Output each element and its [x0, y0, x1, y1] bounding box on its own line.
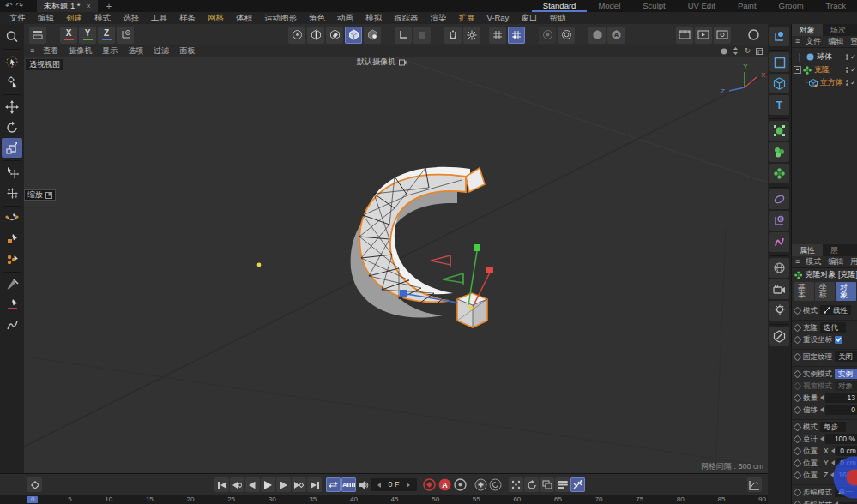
viewport-menu-icon[interactable]: ≡ — [27, 47, 38, 55]
render-picture-viewer-button[interactable] — [695, 27, 712, 44]
menu-render[interactable]: 渲染 — [425, 14, 453, 22]
quantize-button[interactable] — [508, 27, 525, 44]
layout-tab-sculpt[interactable]: Sculpt — [631, 0, 676, 12]
om-menu-view[interactable]: 查看 — [847, 38, 857, 45]
viewport-menu-view[interactable]: 查看 — [38, 47, 63, 55]
rotate-tool[interactable] — [2, 117, 22, 137]
cloner-tool[interactable] — [769, 164, 789, 183]
total-stepper[interactable]: 100 % — [820, 434, 857, 445]
count-stepper[interactable]: 13 — [820, 393, 857, 404]
pen-line-tool[interactable] — [2, 295, 22, 315]
stride-mode-dropdown[interactable]: 单一 — [835, 487, 857, 498]
viewport-rotate-icon[interactable]: ↻ — [744, 47, 751, 55]
zoom-search-icon[interactable] — [2, 27, 22, 46]
render-settings-button[interactable] — [714, 27, 731, 44]
om-menu-file[interactable]: 文件 — [802, 38, 824, 45]
visibility-dots-icon[interactable] — [846, 67, 848, 73]
am-menu-mode[interactable]: 模式 — [802, 258, 824, 266]
viewport-camera-label[interactable]: 默认摄像机 — [357, 58, 407, 66]
instance-mode-dropdown[interactable]: 实例 — [835, 369, 857, 380]
extrude-tool[interactable] — [769, 142, 789, 162]
menu-vray[interactable]: V-Ray — [481, 14, 516, 22]
position-z-stepper[interactable]: 168 cm — [830, 470, 857, 481]
spline-points-tool[interactable] — [2, 249, 22, 269]
timeline-list-button[interactable] — [555, 477, 570, 492]
keyframe-dot-icon[interactable] — [794, 393, 802, 402]
layout-tab-standard[interactable]: Standard — [532, 0, 588, 12]
polygons-mode-button[interactable] — [326, 27, 343, 44]
keyframe-dot-icon[interactable] — [794, 352, 802, 361]
visibility-dots-icon[interactable] — [846, 54, 848, 60]
redo-icon[interactable]: ↷ — [15, 2, 22, 10]
goto-end-button[interactable] — [307, 477, 322, 492]
position-x-stepper[interactable]: 0 cm — [831, 446, 857, 457]
position-key-toggle[interactable] — [474, 477, 488, 492]
menu-character[interactable]: 角色 — [303, 14, 331, 22]
object-row-cloner[interactable]: 克隆 ✓ — [792, 63, 857, 76]
keyframe-dot-icon[interactable] — [794, 488, 802, 496]
layout-tab-groom[interactable]: Groom — [768, 0, 815, 12]
viewport-menu-panel[interactable]: 面板 — [174, 47, 200, 55]
coordinate-system-button[interactable] — [117, 27, 134, 44]
keyframe-dot-icon[interactable] — [794, 306, 802, 315]
record-active-objects-button[interactable] — [422, 477, 437, 492]
menu-help[interactable]: 帮助 — [543, 14, 571, 22]
spline-pen-tool[interactable] — [769, 27, 789, 46]
am-menu-user[interactable]: 用户 — [847, 258, 857, 266]
keyframe-dot-icon[interactable] — [794, 500, 802, 504]
volume-tool[interactable] — [769, 232, 789, 252]
subdivision-surface-tool[interactable] — [769, 121, 789, 141]
menu-spline[interactable]: 样条 — [173, 14, 202, 22]
previous-key-button[interactable] — [230, 477, 244, 492]
object-row-sphere[interactable]: ├─ 球体 ✓ — [792, 51, 857, 63]
goto-start-button[interactable] — [214, 477, 229, 492]
viewport-menu-display[interactable]: 显示 — [97, 47, 123, 55]
menu-file[interactable]: 文件 — [3, 14, 32, 22]
autokeying-button[interactable]: A — [438, 477, 452, 492]
timeline-snap-button[interactable] — [570, 477, 585, 492]
section-tab-basic[interactable]: 基本 — [794, 282, 814, 301]
keyframe-dot-icon[interactable] — [794, 471, 802, 479]
collapse-expander-icon[interactable] — [794, 66, 801, 74]
timeline-ruler[interactable]: 0 5 10 15 20 25 30 35 40 45 50 55 60 65 … — [0, 495, 768, 504]
point-level-animation-button[interactable] — [509, 477, 523, 492]
document-tab[interactable]: 未标题 1 * × — [37, 0, 98, 12]
object-row-cube[interactable]: └ 立方体 ✓ — [792, 76, 857, 89]
am-menu-edit[interactable]: 编辑 — [824, 258, 847, 266]
viewport-menu-camera[interactable]: 摄像机 — [63, 47, 97, 55]
menu-window[interactable]: 窗口 — [515, 14, 543, 22]
menu-mograph[interactable]: 运动图形 — [258, 14, 303, 22]
live-selection-tool[interactable] — [2, 51, 22, 71]
clones-dropdown[interactable]: 迭代 — [820, 322, 846, 333]
enable-axis-button[interactable] — [395, 27, 412, 44]
sky-environment-tool[interactable] — [769, 258, 789, 278]
play-button[interactable] — [261, 477, 275, 492]
viewport-solo-mode-button[interactable]: A — [607, 27, 625, 44]
bend-deformer-tool[interactable] — [769, 189, 789, 209]
soft-move-tool[interactable] — [2, 183, 22, 203]
scale-tool[interactable] — [2, 138, 22, 158]
rectangle-spline-tool[interactable] — [769, 52, 789, 72]
viewport-menu-options[interactable]: 选项 — [123, 47, 148, 55]
pen-rectangle-tool[interactable] — [2, 229, 22, 249]
visibility-dots-icon[interactable] — [846, 80, 848, 86]
tab-objects[interactable]: 对象 — [792, 24, 823, 36]
enabled-check-icon[interactable]: ✓ — [850, 54, 856, 61]
fix-texture-dropdown[interactable]: 关闭 — [835, 351, 857, 363]
menu-select[interactable]: 选择 — [117, 14, 145, 22]
previous-frame-button[interactable] — [245, 477, 260, 492]
viewport-pan-icon[interactable] — [733, 47, 739, 55]
render-view-button[interactable] — [676, 27, 693, 44]
fcurve-editor-button[interactable] — [747, 477, 762, 492]
menu-tracker[interactable]: 跟踪器 — [388, 14, 425, 22]
material-editor-tool[interactable] — [769, 327, 789, 346]
menu-create[interactable]: 创建 — [60, 14, 88, 22]
modeling-axis-button[interactable] — [558, 27, 575, 44]
next-frame-button[interactable] — [276, 477, 291, 492]
field-tool[interactable] — [769, 211, 789, 231]
menu-mesh[interactable]: 网格 — [202, 14, 230, 22]
viewport-maximize-icon[interactable] — [756, 48, 763, 55]
layout-tab-uvedit[interactable]: UV Edit — [677, 0, 727, 12]
undo-icon[interactable]: ↶ — [5, 2, 12, 10]
next-key-button[interactable] — [292, 477, 306, 492]
